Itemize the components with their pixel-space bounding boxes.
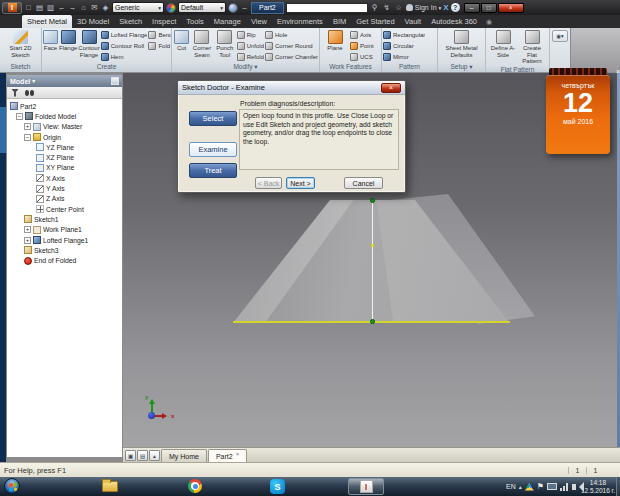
material-select[interactable]: Generic ▾	[112, 2, 164, 13]
tree-item-y-axis[interactable]: Y Axis	[7, 183, 122, 193]
tree-item-z-axis[interactable]: Z Axis	[7, 194, 122, 204]
undo-icon[interactable]: ←	[57, 1, 66, 14]
tree-item-work-plane1[interactable]: + Work Plane1	[7, 225, 122, 235]
define-a-side-button[interactable]: Define A-Side	[489, 29, 517, 58]
new-file-icon[interactable]: □	[24, 1, 33, 14]
filter-icon[interactable]	[11, 89, 19, 97]
tree-item-end-of-folded[interactable]: End of Folded	[7, 255, 122, 265]
dialog-title-bar[interactable]: Sketch Doctor - Examine ×	[178, 81, 405, 95]
explorer-taskbar-icon[interactable]	[102, 481, 118, 492]
tree-item-sketch3[interactable]: Sketch3	[7, 245, 122, 255]
tree-item-lofted-flange1[interactable]: + Lofted Flange1	[7, 235, 122, 245]
exchange-apps-icon[interactable]: X	[443, 3, 448, 12]
create-flat-pattern-button[interactable]: Create Flat Pattern	[518, 29, 546, 65]
search-tools-icon[interactable]: ⚲	[370, 3, 380, 12]
contour-flange-button[interactable]: Contour Flange	[78, 29, 99, 58]
ribbon-options-button[interactable]: ◉▾	[552, 30, 568, 42]
mail-icon[interactable]: ✉	[90, 1, 99, 14]
bend-button[interactable]: Bend	[148, 30, 172, 40]
save-icon[interactable]: ▥	[46, 1, 55, 14]
mirror-button[interactable]: Mirror	[383, 52, 425, 62]
flange-button[interactable]: Flange	[59, 29, 77, 52]
corner-seam-button[interactable]: Corner Seam	[191, 29, 213, 58]
browser-header[interactable]: Model ▾	[7, 75, 122, 87]
update-icon[interactable]: ◈	[101, 1, 110, 14]
tree-item-origin[interactable]: − Origin	[7, 132, 122, 142]
inventor-taskbar-button[interactable]: I	[348, 478, 384, 495]
refold-button[interactable]: Refold	[237, 52, 264, 62]
star-icon[interactable]: ☆	[394, 3, 404, 12]
tab-inspect[interactable]: Inspect	[147, 15, 181, 28]
search-binoculars-icon[interactable]	[25, 90, 29, 96]
loop-endpoint-bottom[interactable]	[370, 319, 375, 324]
chrome-taskbar-icon[interactable]	[188, 479, 202, 493]
network-icon[interactable]	[560, 483, 569, 491]
help-icon[interactable]: ?	[451, 3, 460, 12]
cascade-windows-icon[interactable]: ▣	[125, 450, 136, 461]
appearance-sphere-icon[interactable]	[228, 3, 238, 13]
plane-button[interactable]: Plane	[321, 29, 349, 52]
corner-round-button[interactable]: Corner Round	[265, 41, 318, 51]
taskbar-clock[interactable]: 14:18 12.5.2016 г.	[581, 479, 615, 495]
lofted-flange-button[interactable]: Lofted Flange	[101, 30, 148, 40]
tree-item-x-axis[interactable]: X Axis	[7, 173, 122, 183]
display-icon[interactable]	[547, 483, 557, 490]
maximize-button[interactable]: □	[481, 3, 497, 13]
group-label-modify[interactable]: Modify ▾	[172, 62, 319, 72]
tree-item-yz-plane[interactable]: YZ Plane	[7, 142, 122, 152]
tab-view[interactable]: View	[246, 15, 272, 28]
home-icon[interactable]: ⌂	[79, 1, 88, 14]
show-desktop-button[interactable]	[616, 477, 620, 496]
hem-button[interactable]: Hem	[101, 52, 148, 62]
open-icon[interactable]: ▤	[35, 1, 44, 14]
punch-tool-button[interactable]: Punch Tool	[214, 29, 236, 58]
sign-in-button[interactable]: Sign In ▾	[406, 4, 442, 11]
tree-item-center-point[interactable]: Center Point	[7, 204, 122, 214]
axis-button[interactable]: Axis	[350, 30, 374, 40]
tab-manage[interactable]: Manage	[209, 15, 246, 28]
tab-vault[interactable]: Vault	[400, 15, 427, 28]
tree-item-sketch1[interactable]: Sketch1	[7, 214, 122, 224]
tile-windows-icon[interactable]: ▤	[137, 450, 148, 461]
tree-item-view-master[interactable]: + View: Master	[7, 122, 122, 132]
tab-autodesk-360[interactable]: Autodesk 360	[426, 15, 482, 28]
dialog-close-button[interactable]: ×	[381, 83, 401, 93]
hole-button[interactable]: Hole	[265, 30, 318, 40]
browser-options-icon[interactable]	[111, 77, 119, 85]
next-button[interactable]: Next >	[286, 177, 315, 189]
search-input[interactable]	[287, 4, 367, 12]
unfold-button[interactable]: Unfold	[237, 41, 264, 51]
skype-taskbar-icon[interactable]: S	[270, 479, 285, 494]
google-drive-icon[interactable]	[525, 483, 534, 491]
sheet-metal-defaults-button[interactable]: Sheet Metal Defaults	[443, 29, 481, 58]
minus-icon[interactable]: –	[240, 1, 249, 14]
redo-icon[interactable]: →	[68, 1, 77, 14]
bolt-icon[interactable]: ↯	[382, 3, 392, 12]
group-label-setup[interactable]: Setup ▾	[438, 62, 485, 72]
sketch-centerline[interactable]	[372, 200, 373, 322]
tree-item-part2[interactable]: Part2	[7, 101, 122, 111]
examine-step-button[interactable]: Examine	[189, 142, 237, 157]
point-button[interactable]: Point	[350, 41, 374, 51]
tree-item-xy-plane[interactable]: XY Plane	[7, 163, 122, 173]
expand-dock-icon[interactable]: ▴	[149, 450, 160, 461]
language-indicator[interactable]: EN	[506, 483, 516, 490]
tree-item-xz-plane[interactable]: XZ Plane	[7, 152, 122, 162]
contour-roll-button[interactable]: Contour Roll	[101, 41, 148, 51]
collapse-icon[interactable]: −	[24, 134, 31, 141]
fold-button[interactable]: Fold	[148, 41, 172, 51]
tab-3d-model[interactable]: 3D Model	[72, 15, 114, 28]
select-step-button[interactable]: Select	[189, 111, 237, 126]
doc-tab-close-icon[interactable]: ×	[236, 451, 240, 457]
rectangular-pattern-button[interactable]: Rectangular	[383, 30, 425, 40]
close-button[interactable]: ×	[498, 3, 524, 13]
tree-item-folded-model[interactable]: − Folded Model	[7, 111, 122, 121]
screencast-camera-icon[interactable]: ◉	[482, 15, 496, 28]
loop-endpoint-top[interactable]	[370, 198, 375, 203]
back-button[interactable]: < Back	[255, 177, 282, 189]
circular-pattern-button[interactable]: Circular	[383, 41, 425, 51]
app-menu-button[interactable]: I	[2, 2, 22, 14]
hidden-icons-arrow-icon[interactable]: ▴	[519, 483, 522, 490]
volume-icon[interactable]	[572, 484, 576, 490]
minimize-button[interactable]: –	[464, 3, 480, 13]
